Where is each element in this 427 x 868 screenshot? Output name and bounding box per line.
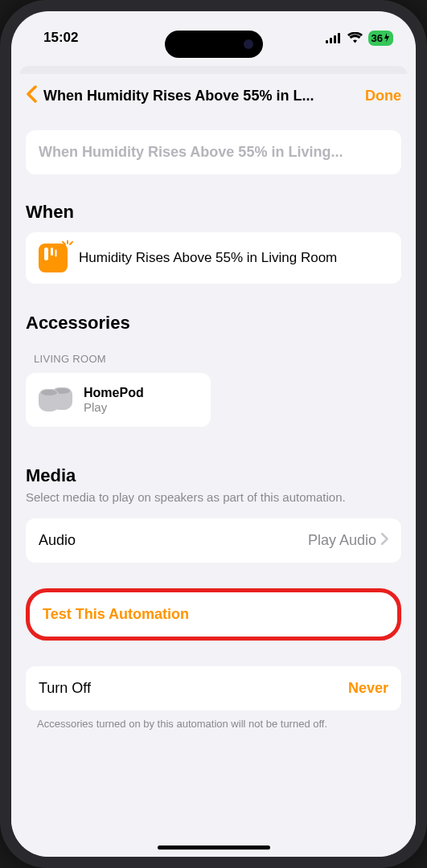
- turn-off-note: Accessories turned on by this automation…: [26, 710, 401, 731]
- homepod-icon: [39, 387, 72, 413]
- audio-value: Play Audio: [308, 532, 376, 549]
- wifi-icon: [347, 32, 363, 43]
- nav-bar: When Humidity Rises Above 55% in L... Do…: [11, 74, 416, 117]
- svg-rect-0: [326, 40, 328, 43]
- accessory-action: Play: [84, 400, 144, 414]
- svg-rect-2: [334, 35, 336, 43]
- svg-rect-1: [330, 38, 332, 43]
- battery-icon: 36: [368, 31, 393, 46]
- room-label: LIVING ROOM: [34, 353, 401, 365]
- turn-off-value: Never: [348, 680, 388, 697]
- back-button[interactable]: [26, 85, 37, 106]
- dynamic-island: [165, 31, 263, 58]
- turn-off-row[interactable]: Turn Off Never: [26, 666, 401, 710]
- when-trigger-card[interactable]: Humidity Rises Above 55% in Living Room: [26, 232, 401, 284]
- done-button[interactable]: Done: [365, 88, 401, 104]
- when-trigger-text: Humidity Rises Above 55% in Living Room: [79, 249, 337, 268]
- turn-off-label: Turn Off: [39, 680, 91, 697]
- media-description: Select media to play on speakers as part…: [26, 489, 401, 506]
- svg-rect-3: [338, 33, 340, 43]
- accessories-header: Accessories: [26, 313, 401, 334]
- test-automation-button[interactable]: Test This Automation: [26, 588, 401, 641]
- audio-row[interactable]: Audio Play Audio: [26, 518, 401, 563]
- chevron-right-icon: [381, 532, 388, 549]
- accessory-name: HomePod: [84, 386, 144, 400]
- home-indicator[interactable]: [158, 845, 270, 850]
- automation-name-field[interactable]: When Humidity Rises Above 55% in Living.…: [26, 130, 401, 174]
- media-header: Media: [26, 465, 401, 486]
- when-header: When: [26, 202, 401, 223]
- audio-label: Audio: [39, 532, 76, 549]
- humidity-sensor-icon: [39, 244, 68, 272]
- nav-title: When Humidity Rises Above 55% in L...: [43, 88, 359, 104]
- cellular-icon: [326, 33, 342, 43]
- accessory-homepod[interactable]: HomePod Play: [26, 373, 211, 427]
- status-time: 15:02: [43, 30, 78, 46]
